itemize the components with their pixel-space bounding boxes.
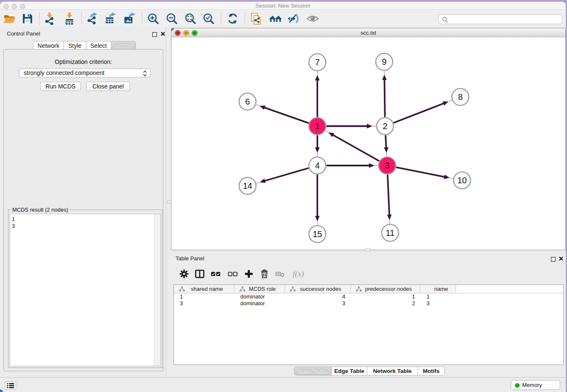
first-neighbors-button[interactable] (269, 12, 282, 25)
divider-handle[interactable] (167, 201, 170, 204)
zoom-in-button[interactable] (146, 12, 160, 25)
show-panels-button[interactable] (5, 381, 16, 389)
column-header-name[interactable]: name (421, 285, 456, 293)
table-cell[interactable]: 3 (421, 300, 456, 307)
search-input[interactable] (450, 15, 560, 24)
graph-node-11[interactable]: 11 (382, 224, 399, 241)
corner-logo (0, 389, 3, 392)
graph-edge-4-14[interactable] (256, 168, 308, 183)
open-session-button[interactable] (3, 12, 16, 25)
horizontal-divider-handle[interactable] (365, 248, 370, 251)
graph-node-8[interactable]: 8 (452, 88, 469, 105)
graph-edge-1-4[interactable] (315, 135, 320, 157)
zoom-selected-button[interactable] (202, 12, 215, 25)
table-cell[interactable]: 1 (174, 293, 234, 300)
graph-edge-1-7[interactable] (315, 71, 320, 117)
zoom-fit-button[interactable] (184, 12, 197, 25)
tab-network[interactable]: Network (33, 41, 64, 50)
select-all-icon (211, 269, 221, 279)
graph-edge-2-3[interactable] (384, 135, 388, 157)
function-builder-button[interactable]: f(x) (290, 268, 307, 280)
table-cell[interactable]: 3 (285, 300, 351, 307)
run-mcds-button[interactable]: Run MCDS (40, 82, 81, 91)
main-area: Control Panel NetworkStyleSelectMCDS Opt… (0, 27, 566, 377)
column-header-shared-name[interactable]: shared name (174, 285, 234, 293)
table-settings-button[interactable] (178, 268, 190, 280)
table-cell[interactable]: 2 (351, 300, 421, 307)
float-panel-icon[interactable] (152, 31, 157, 39)
network-frame: scc.txt 1234678910111415 (171, 28, 566, 250)
tab-mcds[interactable]: MCDS (111, 41, 136, 50)
zoom-out-button[interactable] (165, 12, 179, 25)
close-panel-button[interactable]: Close panel (86, 82, 130, 91)
deselect-all-button[interactable] (226, 268, 239, 280)
graph-node-label: 14 (243, 181, 252, 190)
hide-selected-button[interactable] (287, 12, 300, 25)
vertical-split-divider[interactable] (166, 27, 171, 377)
mcds-result-area[interactable]: 13 (10, 214, 161, 366)
column-header-predecessor-nodes[interactable]: predecessor nodes (351, 285, 421, 293)
show-columns-button[interactable] (193, 268, 206, 280)
add-column-button[interactable] (242, 268, 255, 280)
memory-button[interactable]: Memory (511, 380, 560, 390)
graph-node-15[interactable]: 15 (309, 226, 326, 243)
network-frame-titlebar[interactable]: scc.txt (171, 28, 565, 37)
graph-node-9[interactable]: 9 (376, 53, 393, 70)
export-image-button[interactable] (123, 12, 136, 25)
import-table-button[interactable] (63, 12, 76, 25)
criterion-select[interactable]: strongly connected component (19, 69, 151, 77)
graph-edge-1-2[interactable] (327, 124, 377, 129)
graph-edge-3-10[interactable] (396, 167, 453, 179)
table-tab-motifs[interactable]: Motifs (418, 367, 445, 375)
app-window: Session: New Session (0, 2, 566, 392)
graph-edge-4-15[interactable] (315, 175, 320, 226)
close-panel-icon[interactable] (160, 30, 165, 38)
float-table-panel-icon[interactable] (551, 256, 556, 263)
tab-style[interactable]: Style (64, 41, 86, 50)
delete-table-button[interactable] (274, 268, 286, 280)
table-cell[interactable]: 1 (351, 293, 421, 300)
table-row[interactable]: 1dominator411 (174, 293, 563, 300)
export-table-button[interactable] (104, 12, 117, 25)
table-cell[interactable]: dominator (234, 293, 285, 300)
graph-edge-2-8[interactable] (394, 100, 452, 123)
table-row[interactable]: 3dominator323 (174, 300, 563, 307)
table-tab-network-table[interactable]: Network Table (367, 367, 418, 375)
graph-edge-3-1[interactable] (325, 130, 379, 161)
node-table[interactable]: shared nameMCDS rolesuccessor nodesprede… (173, 284, 564, 365)
graph-node-2[interactable]: 2 (377, 118, 394, 135)
export-table-icon (104, 12, 117, 25)
column-header-MCDS-role[interactable]: MCDS role (234, 285, 285, 293)
close-table-panel-icon[interactable] (559, 255, 564, 263)
graph-edge-4-3[interactable] (327, 163, 379, 168)
graph-node-14[interactable]: 14 (239, 177, 256, 194)
graph-node-3[interactable]: 3 (379, 157, 396, 174)
export-network-button[interactable] (85, 12, 99, 25)
graph-node-6[interactable]: 6 (239, 93, 256, 110)
save-session-button[interactable] (21, 12, 34, 25)
graph-edge-2-9[interactable] (382, 71, 387, 117)
result-scrollbar[interactable] (154, 214, 160, 366)
column-header-successor-nodes[interactable]: successor nodes (285, 285, 351, 293)
network-graph[interactable]: 1234678910111415 (171, 38, 565, 250)
control-panel-title: Control Panel (7, 30, 40, 37)
apply-layout-button[interactable] (226, 12, 239, 25)
table-tab-node-table[interactable]: Node Table (294, 367, 332, 375)
graph-node-7[interactable]: 7 (309, 54, 326, 71)
select-all-button[interactable] (209, 268, 222, 280)
graph-node-4[interactable]: 4 (309, 157, 326, 174)
table-cell[interactable]: 4 (285, 293, 351, 300)
graph-node-1[interactable]: 1 (309, 118, 326, 135)
table-cell[interactable]: dominator (234, 300, 285, 307)
tab-select[interactable]: Select (86, 41, 111, 50)
import-network-button[interactable] (43, 12, 56, 25)
graph-node-10[interactable]: 10 (454, 172, 471, 189)
table-tab-edge-table[interactable]: Edge Table (332, 367, 367, 375)
table-cell[interactable]: 3 (174, 300, 234, 307)
graph-edge-1-6[interactable] (256, 105, 309, 123)
show-all-button[interactable] (306, 12, 319, 25)
delete-column-button[interactable] (258, 268, 271, 280)
duplicate-network-button[interactable] (249, 12, 263, 25)
graph-edge-3-11[interactable] (387, 174, 392, 224)
table-cell[interactable]: 1 (421, 293, 456, 300)
